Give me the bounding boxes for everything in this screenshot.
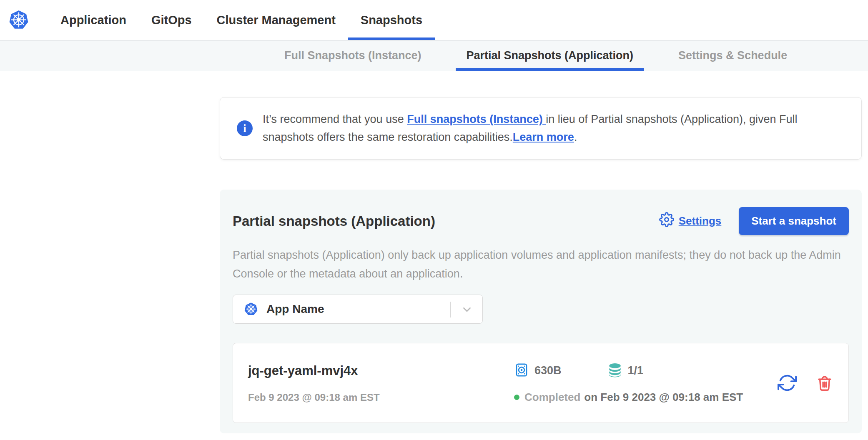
banner-text-after: . <box>574 131 577 143</box>
snapshots-tabbar: Full Snapshots (Instance) Partial Snapsh… <box>0 40 868 71</box>
snapshot-stats: 630B <box>514 362 769 379</box>
kubernetes-icon <box>244 302 258 316</box>
snapshot-volumes-value: 1/1 <box>628 364 644 377</box>
full-snapshots-link[interactable]: Full snapshots (Instance) <box>407 113 546 125</box>
banner-text: It’s recommend that you use Full snapsho… <box>263 110 845 146</box>
database-icon <box>607 362 622 379</box>
chevron-down-icon <box>461 303 473 318</box>
disk-icon <box>514 362 529 379</box>
topnav-item-gitops[interactable]: GitOps <box>139 0 204 40</box>
snapshot-size-value: 630B <box>534 364 562 377</box>
start-snapshot-button[interactable]: Start a snapshot <box>739 207 849 235</box>
kubernetes-logo <box>8 10 29 30</box>
panel-header: Partial snapshots (Application) Settings… <box>233 207 849 235</box>
snapshot-status: Completed on Feb 9 2023 @ 09:18 am EST <box>514 391 769 404</box>
trash-icon <box>816 387 833 393</box>
snapshot-size: 630B <box>514 362 562 379</box>
snapshot-actions <box>778 373 833 392</box>
topnav-item-snapshots[interactable]: Snapshots <box>348 0 435 40</box>
topnav-items: Application GitOps Cluster Management Sn… <box>48 0 435 40</box>
snapshot-name: jq-get-yaml-mvj4x <box>248 362 514 379</box>
snapshot-row: jq-get-yaml-mvj4x Feb 9 2023 @ 09:18 am … <box>233 343 849 423</box>
top-navigation: Application GitOps Cluster Management Sn… <box>0 0 868 40</box>
app-name-select[interactable]: App Name <box>233 295 483 324</box>
tab-settings-schedule[interactable]: Settings & Schedule <box>667 40 798 71</box>
partial-snapshots-panel: Partial snapshots (Application) Settings… <box>220 190 862 433</box>
topnav-item-application[interactable]: Application <box>48 0 139 40</box>
banner-text-before: It’s recommend that you use <box>263 113 407 125</box>
restore-icon <box>778 388 797 394</box>
main-content: i It’s recommend that you use Full snaps… <box>0 97 868 433</box>
restore-snapshot-button[interactable] <box>778 373 797 392</box>
settings-link[interactable]: Settings <box>659 212 722 230</box>
tab-full-snapshots[interactable]: Full Snapshots (Instance) <box>273 40 432 71</box>
gear-icon <box>659 212 674 230</box>
snapshot-details: 630B <box>514 362 769 404</box>
settings-label: Settings <box>679 215 722 228</box>
app-name-selected-value: App Name <box>266 302 324 316</box>
panel-description: Partial snapshots (Application) only bac… <box>233 246 845 283</box>
page-title: Partial snapshots (Application) <box>233 213 659 229</box>
snapshot-info: jq-get-yaml-mvj4x Feb 9 2023 @ 09:18 am … <box>248 362 514 403</box>
snapshot-created-date: Feb 9 2023 @ 09:18 am EST <box>248 392 514 403</box>
tab-partial-snapshots[interactable]: Partial Snapshots (Application) <box>456 40 645 71</box>
info-icon: i <box>237 120 253 136</box>
learn-more-link[interactable]: Learn more <box>513 131 574 143</box>
topnav-item-cluster-management[interactable]: Cluster Management <box>204 0 348 40</box>
status-detail: on Feb 9 2023 @ 09:18 am EST <box>584 391 743 404</box>
delete-snapshot-button[interactable] <box>816 374 833 392</box>
status-label: Completed <box>524 391 580 404</box>
status-dot-icon <box>514 395 519 400</box>
snapshot-volumes: 1/1 <box>607 362 644 379</box>
selector-divider <box>450 302 451 318</box>
info-banner: i It’s recommend that you use Full snaps… <box>220 97 862 160</box>
